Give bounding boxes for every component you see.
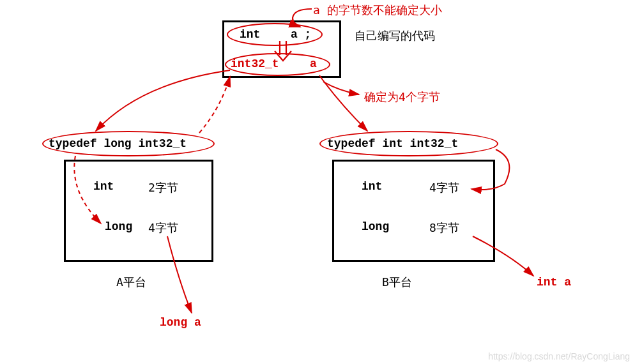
platform-b-row1-type: int [362,180,382,193]
code-box-caption: 自己编写的代码 [355,28,435,43]
code-line2-var: a [310,57,317,70]
platform-a-row2-size: 4字节 [148,220,178,236]
mid-note: 确定为4个字节 [364,89,440,105]
platform-a-result: long a [160,316,201,329]
platform-b-row1-size: 4字节 [429,180,459,195]
code-line1-var: a ; [291,28,311,41]
platform-a-typedef: typedef long int32_t [49,137,187,150]
watermark: https://blog.csdn.net/RayCongLiang [488,351,630,361]
platform-a-row2-type: long [105,220,132,233]
code-line2-type: int32_t [231,57,279,70]
platform-b-row2-type: long [362,220,389,233]
platform-a-label: A平台 [116,275,146,290]
platform-a-box [64,160,213,262]
platform-a-row1-type: int [93,180,114,193]
platform-b-result: int a [537,276,571,289]
platform-a-row1-size: 2字节 [148,180,178,195]
platform-b-box [332,160,495,262]
code-line1-type: int [240,28,260,41]
top-note: a 的字节数不能确定大小 [313,3,442,18]
platform-b-row2-size: 8字节 [429,220,459,236]
platform-b-typedef: typedef int int32_t [327,137,458,150]
platform-b-label: B平台 [382,275,412,290]
